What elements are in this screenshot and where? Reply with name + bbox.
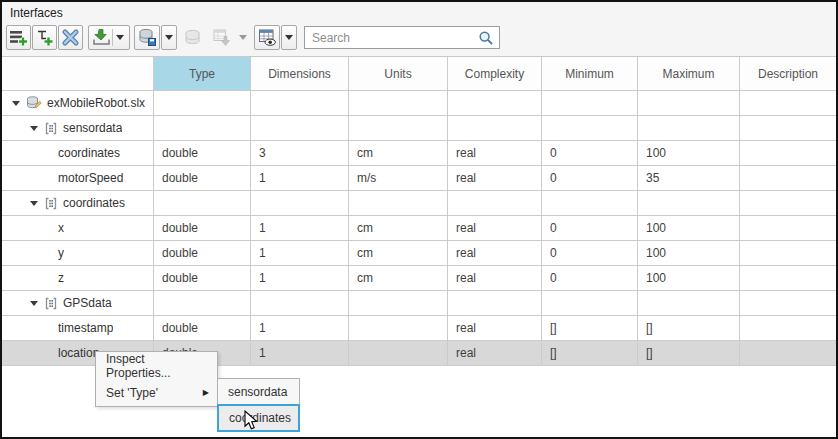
complexity-cell[interactable]: real — [448, 216, 542, 241]
import-dropdown-icon[interactable] — [116, 35, 124, 40]
maximum-cell[interactable]: 100 — [638, 141, 740, 166]
dimensions-cell[interactable]: 1 — [251, 341, 349, 366]
dimensions-cell[interactable] — [251, 191, 349, 216]
tree-cell[interactable]: coordinates — [2, 191, 154, 216]
dimensions-cell[interactable]: 3 — [251, 141, 349, 166]
dimensions-cell[interactable] — [251, 91, 349, 116]
description-cell[interactable] — [740, 116, 836, 141]
submenu-item-sensordata[interactable]: sensordata — [217, 378, 300, 405]
complexity-cell[interactable]: real — [448, 341, 542, 366]
maximum-cell[interactable]: 100 — [638, 241, 740, 266]
minimum-cell[interactable]: 0 — [542, 266, 638, 291]
menu-item-set-type[interactable]: Set 'Type' ▶ — [96, 379, 217, 406]
type-cell[interactable] — [154, 291, 251, 316]
type-cell[interactable]: double — [154, 316, 251, 341]
complexity-cell[interactable]: real — [448, 141, 542, 166]
search-input[interactable] — [305, 27, 478, 48]
type-cell[interactable] — [154, 116, 251, 141]
maximum-cell[interactable]: 100 — [638, 216, 740, 241]
expand-caret-icon[interactable] — [30, 301, 38, 306]
maximum-cell[interactable] — [638, 116, 740, 141]
minimum-cell[interactable]: 0 — [542, 141, 638, 166]
description-cell[interactable] — [740, 91, 836, 116]
units-cell[interactable] — [349, 191, 448, 216]
column-header-maximum[interactable]: Maximum — [638, 57, 740, 91]
submenu-item-coordinates[interactable]: coordinates — [217, 404, 300, 432]
delete-button[interactable] — [58, 25, 83, 50]
minimum-cell[interactable]: [] — [542, 341, 638, 366]
units-cell[interactable] — [349, 91, 448, 116]
dimensions-cell[interactable] — [251, 291, 349, 316]
maximum-cell[interactable] — [638, 291, 740, 316]
dimensions-cell[interactable]: 1 — [251, 166, 349, 191]
description-cell[interactable] — [740, 216, 836, 241]
tree-cell[interactable]: motorSpeed — [2, 166, 154, 191]
units-cell[interactable]: cm — [349, 266, 448, 291]
minimum-cell[interactable]: 0 — [542, 241, 638, 266]
type-cell[interactable]: double — [154, 241, 251, 266]
column-view-dropdown-button[interactable] — [281, 25, 297, 50]
expand-caret-icon[interactable] — [30, 201, 38, 206]
search-icon[interactable] — [478, 30, 494, 46]
table-row-z[interactable]: zdouble1cmreal0100 — [2, 266, 836, 291]
dimensions-cell[interactable]: 1 — [251, 216, 349, 241]
table-row-sensordata[interactable]: sensordata — [2, 116, 836, 141]
table-row-coordinates[interactable]: coordinates — [2, 191, 836, 216]
tree-cell[interactable]: z — [2, 266, 154, 291]
tree-cell[interactable]: timestamp — [2, 316, 154, 341]
add-element-button[interactable] — [32, 25, 57, 50]
complexity-cell[interactable]: real — [448, 316, 542, 341]
description-cell[interactable] — [740, 316, 836, 341]
dimensions-cell[interactable]: 1 — [251, 316, 349, 341]
description-cell[interactable] — [740, 141, 836, 166]
column-view-button[interactable] — [254, 25, 280, 50]
complexity-cell[interactable]: real — [448, 241, 542, 266]
column-header-minimum[interactable]: Minimum — [542, 57, 638, 91]
units-cell[interactable]: cm — [349, 141, 448, 166]
table-row-timestamp[interactable]: timestampdouble1real[][] — [2, 316, 836, 341]
units-cell[interactable] — [349, 316, 448, 341]
type-cell[interactable]: double — [154, 266, 251, 291]
column-header-type[interactable]: Type — [154, 57, 251, 91]
minimum-cell[interactable] — [542, 116, 638, 141]
tree-cell[interactable]: GPSdata — [2, 291, 154, 316]
table-row-y[interactable]: ydouble1cmreal0100 — [2, 241, 836, 266]
complexity-cell[interactable] — [448, 291, 542, 316]
complexity-cell[interactable] — [448, 91, 542, 116]
column-header-units[interactable]: Units — [349, 57, 448, 91]
type-cell[interactable]: double — [154, 216, 251, 241]
units-cell[interactable] — [349, 291, 448, 316]
tree-cell[interactable]: sensordata — [2, 116, 154, 141]
table-row-motorSpeed[interactable]: motorSpeeddouble1m/sreal035 — [2, 166, 836, 191]
units-cell[interactable]: cm — [349, 216, 448, 241]
maximum-cell[interactable]: [] — [638, 341, 740, 366]
dimensions-cell[interactable] — [251, 116, 349, 141]
table-row-GPSdata[interactable]: GPSdata — [2, 291, 836, 316]
description-cell[interactable] — [740, 291, 836, 316]
units-cell[interactable]: cm — [349, 241, 448, 266]
expand-caret-icon[interactable] — [30, 126, 38, 131]
minimum-cell[interactable]: 0 — [542, 216, 638, 241]
complexity-cell[interactable] — [448, 116, 542, 141]
minimum-cell[interactable]: 0 — [542, 166, 638, 191]
save-dictionary-button[interactable] — [134, 25, 160, 50]
tree-cell[interactable]: y — [2, 241, 154, 266]
table-row-coordinates[interactable]: coordinatesdouble3cmreal0100 — [2, 141, 836, 166]
maximum-cell[interactable] — [638, 191, 740, 216]
table-row-x[interactable]: xdouble1cmreal0100 — [2, 216, 836, 241]
maximum-cell[interactable] — [638, 91, 740, 116]
description-cell[interactable] — [740, 341, 836, 366]
import-button[interactable] — [88, 25, 130, 50]
dimensions-cell[interactable]: 1 — [251, 266, 349, 291]
table-row-exMobileRobot.slx[interactable]: exMobileRobot.slx — [2, 91, 836, 116]
units-cell[interactable] — [349, 116, 448, 141]
tree-cell[interactable]: coordinates — [2, 141, 154, 166]
description-cell[interactable] — [740, 191, 836, 216]
minimum-cell[interactable]: [] — [542, 316, 638, 341]
type-cell[interactable]: double — [154, 141, 251, 166]
minimum-cell[interactable] — [542, 91, 638, 116]
tree-cell[interactable]: x — [2, 216, 154, 241]
maximum-cell[interactable]: 100 — [638, 266, 740, 291]
add-interface-button[interactable] — [6, 25, 31, 50]
column-header-tree[interactable] — [2, 57, 154, 91]
